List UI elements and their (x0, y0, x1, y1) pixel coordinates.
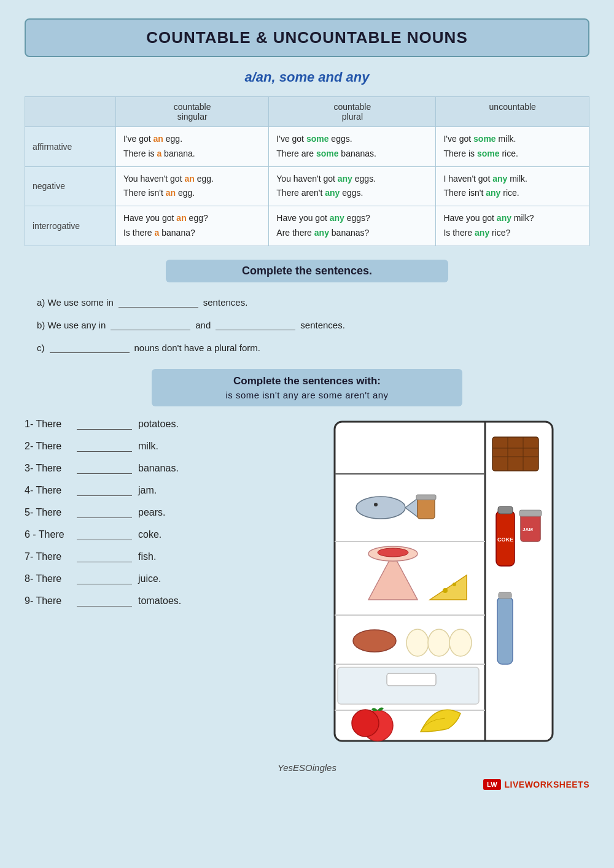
exercise-item-1: 1- There potatoes. (25, 419, 289, 430)
cell-negative-plural: You haven't got any eggs. There aren't a… (269, 166, 436, 206)
highlight-any4: any (486, 188, 500, 198)
fridge-container: COKE JAM (301, 419, 589, 744)
ex-label-6: 6 - There (25, 529, 71, 540)
highlight-an2: an (184, 174, 194, 184)
ex-blank-1[interactable] (77, 419, 132, 430)
ex-food-9: tomatoes. (138, 595, 181, 606)
svg-rect-32 (498, 506, 513, 514)
blank-a[interactable] (119, 296, 198, 308)
svg-text:COKE: COKE (497, 537, 513, 543)
ex-food-1: potatoes. (138, 419, 179, 430)
sentence-a-label: a) We use some in (37, 292, 114, 312)
ex-label-3: 3- There (25, 463, 71, 474)
ex-food-2: milk. (138, 441, 158, 452)
page-title: COUNTABLE & UNCOUNTABLE NOUNS (38, 28, 576, 47)
svg-rect-12 (416, 495, 436, 500)
ex-food-3: bananas. (138, 463, 179, 474)
row-label-negative: negative (25, 166, 116, 206)
highlight-some1: some (306, 134, 329, 144)
table-row-affirmative: affirmative I've got an egg. There is a … (25, 127, 589, 167)
sentence-c: c) nouns don't have a plural form. (37, 338, 577, 358)
title-box: COUNTABLE & UNCOUNTABLE NOUNS (25, 18, 589, 57)
liveworksheets-badge: LW LIVEWORKSHEETS (25, 779, 589, 790)
complete-with-box: Complete the sentences with: is some isn… (152, 369, 462, 406)
ex-label-8: 8- There (25, 573, 71, 584)
highlight-an3: an (166, 188, 176, 198)
blank-b1[interactable] (111, 319, 190, 330)
sentence-b-label: b) We use any in (37, 315, 106, 335)
exercise-item-7: 7- There fish. (25, 551, 289, 562)
ex-label-5: 5- There (25, 507, 71, 518)
page-container: COUNTABLE & UNCOUNTABLE NOUNS a/an, some… (25, 18, 589, 790)
complete-sentences-section: a) We use some in sentences. b) We use a… (25, 292, 589, 358)
highlight-any5: any (330, 213, 344, 223)
cell-affirmative-singular: I've got an egg. There is a banana. (115, 127, 268, 167)
svg-point-10 (374, 503, 378, 506)
cell-negative-singular: You haven't got an egg. There isn't an e… (115, 166, 268, 206)
svg-rect-35 (519, 510, 542, 516)
highlight-any6: any (314, 228, 329, 238)
lw-logo-icon: LW (483, 779, 501, 790)
exercise-list: 1- There potatoes. 2- There milk. 3- The… (25, 419, 289, 618)
ex-blank-2[interactable] (77, 441, 132, 452)
ex-blank-8[interactable] (77, 573, 132, 584)
sentence-b-and: and (195, 315, 211, 335)
row-label-interrogative: interrogative (25, 206, 116, 246)
svg-text:JAM: JAM (523, 527, 533, 532)
highlight-an1: an (154, 134, 163, 144)
svg-point-21 (428, 629, 450, 656)
table-row-interrogative: interrogative Have you got an egg? Is th… (25, 206, 589, 246)
table-header-empty (25, 97, 116, 127)
ex-blank-3[interactable] (77, 463, 132, 474)
exercise-item-4: 4- There jam. (25, 485, 289, 496)
ex-blank-9[interactable] (77, 595, 132, 606)
row-label-affirmative: affirmative (25, 127, 116, 167)
table-header-countable-plural: countableplural (269, 97, 436, 127)
svg-rect-11 (418, 497, 435, 519)
footer-credit: YesESOingles (25, 762, 589, 773)
svg-rect-23 (387, 673, 436, 686)
highlight-a1: a (157, 149, 161, 158)
svg-rect-26 (492, 437, 538, 471)
svg-point-18 (453, 583, 456, 586)
sentence-a: a) We use some in sentences. (37, 292, 577, 312)
svg-rect-37 (497, 597, 513, 664)
sentence-b-suffix: sentences. (300, 315, 345, 335)
ex-blank-5[interactable] (77, 507, 132, 518)
ex-label-4: 4- There (25, 485, 71, 496)
table-row-negative: negative You haven't got an egg. There i… (25, 166, 589, 206)
ex-label-1: 1- There (25, 419, 71, 430)
highlight-any2: any (325, 188, 340, 198)
svg-point-17 (443, 588, 448, 593)
cell-interrogative-plural: Have you got any eggs? Are there any ban… (269, 206, 436, 246)
ex-food-5: pears. (138, 507, 165, 518)
blank-b2[interactable] (216, 319, 295, 330)
highlight-any3: any (492, 174, 507, 184)
exercise-item-3: 3- There bananas. (25, 463, 289, 474)
highlight-any8: any (475, 228, 489, 238)
ex-food-6: coke. (138, 529, 161, 540)
blank-c[interactable] (50, 342, 130, 353)
exercise-item-8: 8- There juice. (25, 573, 289, 584)
exercise-item-2: 2- There milk. (25, 441, 289, 452)
highlight-some4: some (477, 149, 500, 158)
svg-point-20 (406, 629, 429, 656)
exercise-section: 1- There potatoes. 2- There milk. 3- The… (25, 419, 589, 744)
fridge-illustration: COKE JAM (332, 419, 559, 744)
highlight-some2: some (316, 149, 339, 158)
ex-food-4: jam. (138, 485, 157, 496)
ex-blank-7[interactable] (77, 551, 132, 562)
ex-blank-4[interactable] (77, 485, 132, 496)
complete-with-options: is some isn't any are some aren't any (164, 390, 450, 400)
sentence-c-suffix: nouns don't have a plural form. (134, 338, 261, 358)
cell-interrogative-uncountable: Have you got any milk? Is there any rice… (436, 206, 589, 246)
ex-food-8: juice. (138, 573, 161, 584)
complete-with-title: Complete the sentences with: (164, 375, 450, 387)
sentence-b: b) We use any in and sentences. (37, 315, 577, 335)
exercise-item-9: 9- There tomatoes. (25, 595, 289, 606)
credit-text: YesESOingles (278, 762, 336, 773)
exercise-item-6: 6 - There coke. (25, 529, 289, 540)
cell-affirmative-uncountable: I've got some milk. There is some rice. (436, 127, 589, 167)
ex-blank-6[interactable] (77, 529, 132, 540)
table-header-countable-singular: countablesingular (115, 97, 268, 127)
